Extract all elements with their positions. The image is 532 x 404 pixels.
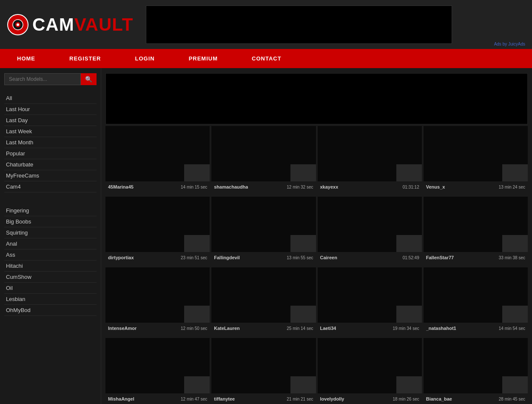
video-name: Laeti34: [320, 326, 336, 331]
video-name: tiffanytee: [214, 396, 235, 401]
video-row-2: IntenseAmor12 min 50 secKateLauren25 min…: [105, 267, 528, 334]
video-grid: 45Marina4514 min 15 secshamachaudha12 mi…: [105, 126, 528, 404]
video-thumbnail: [211, 197, 316, 252]
video-card[interactable]: Venus_x13 min 24 sec: [424, 126, 528, 192]
video-row-3: MishaAngel12 min 47 sectiffanytee21 min …: [105, 338, 528, 404]
filter-last-week[interactable]: Last Week: [4, 126, 97, 137]
filter-myfreecams[interactable]: MyFreeCams: [4, 170, 97, 181]
nav-login[interactable]: LOGIN: [118, 49, 171, 68]
video-duration: 13 min 24 sec: [499, 185, 525, 189]
main-nav: HOME REGISTER LOGIN PREMIUM CONTACT: [0, 49, 532, 68]
filter-all[interactable]: All: [4, 93, 97, 104]
video-name: shamachaudha: [214, 184, 248, 189]
video-card[interactable]: 45Marina4514 min 15 sec: [105, 126, 210, 192]
video-name: lovelydolly: [320, 396, 344, 401]
video-name: Caireen: [320, 255, 337, 260]
filter-oil[interactable]: Oil: [4, 283, 97, 294]
ad-attribution: Ads by JuicyAds: [494, 42, 525, 46]
video-card[interactable]: Bianca_bae28 min 45 sec: [424, 338, 528, 404]
nav-register[interactable]: REGISTER: [52, 49, 118, 68]
filter-big-boobs[interactable]: Big Boobs: [4, 216, 97, 227]
video-duration: 01:52:49: [403, 255, 419, 260]
search-button[interactable]: 🔍: [81, 73, 97, 85]
video-name: xkayexx: [320, 184, 339, 189]
video-info: Caireen01:52:49: [318, 252, 422, 263]
filter-cam4[interactable]: Cam4: [4, 181, 97, 192]
filter-chaturbate[interactable]: Chaturbate: [4, 159, 97, 170]
filter-ohmybod[interactable]: OhMyBod: [4, 305, 97, 316]
video-thumbnail: [105, 338, 210, 393]
video-duration: 01:31:12: [403, 185, 419, 189]
nav-premium[interactable]: PREMIUM: [172, 49, 235, 68]
video-name: IntenseAmor: [108, 326, 137, 331]
video-duration: 12 min 47 sec: [181, 397, 207, 401]
filter-last-month[interactable]: Last Month: [4, 137, 97, 148]
video-info: MishaAngel12 min 47 sec: [105, 393, 210, 404]
video-card[interactable]: shamachaudha12 min 32 sec: [211, 126, 316, 192]
video-card[interactable]: MishaAngel12 min 47 sec: [105, 338, 210, 404]
nav-contact[interactable]: CONTACT: [235, 49, 299, 68]
filter-anal[interactable]: Anal: [4, 238, 97, 249]
video-duration: 14 min 54 sec: [499, 326, 525, 331]
video-thumbnail: [424, 126, 528, 181]
content-area: 45Marina4514 min 15 secshamachaudha12 mi…: [101, 68, 532, 404]
video-card[interactable]: KateLauren25 min 14 sec: [211, 267, 316, 334]
camvault-logo-icon: [7, 14, 29, 36]
video-thumbnail: [211, 126, 316, 181]
video-thumbnail: [424, 338, 528, 393]
video-thumbnail: [211, 338, 316, 393]
video-name: Venus_x: [426, 184, 445, 189]
video-duration: 21 min 21 sec: [287, 397, 313, 401]
nav-home[interactable]: HOME: [0, 49, 52, 68]
video-duration: 12 min 32 sec: [287, 185, 313, 189]
video-duration: 18 min 26 sec: [393, 397, 419, 401]
video-card[interactable]: Laeti3419 min 34 sec: [318, 267, 422, 334]
video-card[interactable]: _natashahot114 min 54 sec: [424, 267, 528, 334]
video-name: 45Marina45: [108, 184, 134, 189]
video-card[interactable]: tiffanytee21 min 21 sec: [211, 338, 316, 404]
logo-cam: CAM: [32, 14, 74, 34]
video-info: KateLauren25 min 14 sec: [211, 323, 316, 334]
sidebar: 🔍 All Last Hour Last Day Last Week Last …: [0, 68, 101, 404]
video-card[interactable]: Fallingdevil13 min 55 sec: [211, 197, 316, 263]
filter-ass[interactable]: Ass: [4, 249, 97, 261]
video-duration: 19 min 34 sec: [393, 326, 419, 331]
video-card[interactable]: Caireen01:52:49: [318, 197, 422, 263]
video-card[interactable]: IntenseAmor12 min 50 sec: [105, 267, 210, 334]
header: CAMVAULT Ads by JuicyAds: [0, 0, 532, 49]
video-card[interactable]: lovelydolly18 min 26 sec: [318, 338, 422, 404]
video-info: xkayexx01:31:12: [318, 181, 422, 192]
video-thumbnail: [318, 126, 422, 181]
video-thumbnail: [424, 197, 528, 252]
time-filter-section: All Last Hour Last Day Last Week Last Mo…: [4, 93, 97, 192]
video-info: shamachaudha12 min 32 sec: [211, 181, 316, 192]
video-name: FallenStar77: [426, 255, 454, 260]
filter-popular[interactable]: Popular: [4, 148, 97, 159]
video-duration: 12 min 50 sec: [181, 326, 207, 331]
video-duration: 25 min 14 sec: [287, 326, 313, 331]
video-name: Fallingdevil: [214, 255, 240, 260]
filter-fingering[interactable]: Fingering: [4, 205, 97, 216]
video-row-0: 45Marina4514 min 15 secshamachaudha12 mi…: [105, 126, 528, 192]
filter-cumshow[interactable]: CumShow: [4, 272, 97, 283]
filter-lesbian[interactable]: Lesbian: [4, 294, 97, 305]
video-thumbnail: [318, 338, 422, 393]
video-info: FallenStar7733 min 38 sec: [424, 252, 528, 263]
video-name: KateLauren: [214, 326, 240, 331]
video-thumbnail: [105, 267, 210, 323]
video-thumbnail: [318, 197, 422, 252]
video-duration: 13 min 55 sec: [287, 255, 313, 260]
filter-last-hour[interactable]: Last Hour: [4, 104, 97, 115]
video-card[interactable]: dirtyportiax23 min 51 sec: [105, 197, 210, 263]
filter-last-day[interactable]: Last Day: [4, 115, 97, 126]
search-input[interactable]: [4, 73, 81, 85]
filter-squirting[interactable]: Squirting: [4, 227, 97, 238]
video-thumbnail: [318, 267, 422, 323]
main-layout: 🔍 All Last Hour Last Day Last Week Last …: [0, 68, 532, 404]
filter-hitachi[interactable]: Hitachi: [4, 261, 97, 272]
video-row-1: dirtyportiax23 min 51 secFallingdevil13 …: [105, 197, 528, 263]
video-card[interactable]: FallenStar7733 min 38 sec: [424, 197, 528, 263]
video-thumbnail: [105, 126, 210, 181]
video-card[interactable]: xkayexx01:31:12: [318, 126, 422, 192]
video-info: dirtyportiax23 min 51 sec: [105, 252, 210, 263]
